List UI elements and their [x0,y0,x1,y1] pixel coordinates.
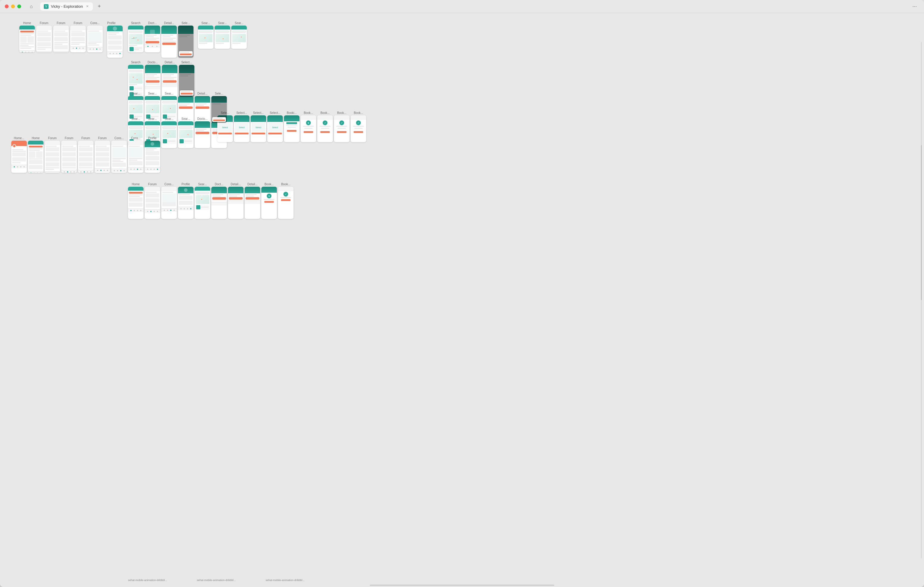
frame-label: Forum [82,136,90,140]
frame-label: Docto... [197,117,208,120]
frame-label: Book... [281,183,290,186]
bottom-labels-row: sehat-mobile-animation-dribbbl... sehat-… [128,579,305,582]
frame-label: Select... [181,61,192,64]
phone-frame [245,187,260,219]
phone-frame: Select [251,115,266,142]
frame-label: Sear... [218,21,227,25]
canvas-area[interactable]: Home [0,13,924,587]
phone-frame [70,26,86,53]
frame-label: Book... [264,183,274,186]
tab-label: Vicky - Exploration [51,4,83,8]
frame-label: Detail... [165,61,175,64]
phone-frame: ✓ [334,115,350,142]
frame-label: Home [32,136,40,140]
frame-bottom-forum: Forum [145,183,160,219]
frame-sear-4-4: Sear... [178,117,193,148]
frame-sear-3: Sear... [231,21,247,49]
more-options-button[interactable]: ··· [910,2,919,11]
payment-icon: $ [306,120,311,125]
new-tab-button[interactable]: + [95,3,103,10]
frame-sele-row3: Sele... [211,92,227,123]
frame-select-right-4: Select... Select [267,111,283,142]
frame-detail-2: Detail... [162,61,177,97]
top-row-group: Home [19,21,103,53]
frame-label: Cons... [131,136,140,140]
frame-bottom-detail1: Detail... [228,183,244,219]
home-nav-button[interactable]: ⌂ [27,2,35,11]
tabs-container: V Vicky - Exploration ✕ + [40,2,910,11]
payment-icon: ✓ [339,120,344,125]
phone-frame [161,121,177,148]
frame-label: Sear... [148,117,157,120]
frame-book-2: Book... $ [301,111,316,142]
payment-icon: ✓ [356,120,361,125]
phone-frame [95,141,110,173]
phone-frame: ✓ [317,115,333,142]
frame-doctor-2: Docto... [145,61,160,97]
scrollbar-thumb[interactable] [921,145,922,300]
frame-label: Detail... [197,92,208,95]
canvas-content: Home [0,13,924,587]
phone-frame [107,26,123,58]
horizontal-scrollbar[interactable] [370,585,554,586]
phone-frame [36,26,52,53]
frame-label: Sear... [201,21,210,25]
frame-home-bl2: Home [28,136,43,173]
frame-label: Cons... [164,183,174,186]
popup-card [179,51,193,56]
phone-frame [145,26,160,53]
frame-consultation-1: Cons... [87,21,103,53]
traffic-lights [5,5,21,8]
vertical-scrollbar[interactable] [921,42,922,559]
maximize-button[interactable] [17,5,21,8]
frame-label: Sele... [182,21,190,25]
frame-label: Profile [107,21,123,25]
frame-sear-4-3: Sear... [161,117,177,148]
frame-label: Doct... [148,21,157,25]
phone-frame [195,187,210,219]
phone-frame [161,26,177,58]
frame-bottom-profile: Profile [178,183,193,219]
payment-icon: ✓ [323,120,327,125]
sehat-label-3: sehat-mobile-animation-dribbbl... [266,579,305,582]
frame-label: Sear... [132,117,140,120]
phone-frame [128,141,144,173]
frame-label: Sear... [148,92,157,95]
sehat-label-1: sehat-mobile-animation-dribbbl... [128,579,167,582]
frame-label: Cons... [114,136,124,140]
phone-frame [178,187,193,219]
frame-bottom-book2: Book... ✓ [278,183,294,219]
frame-label: Forum [40,21,48,25]
frame-label: Select... [236,111,247,115]
popup-card [180,90,193,95]
phone-frame [128,26,144,53]
minimize-button[interactable] [11,5,15,8]
frame-label: Profile [182,183,190,186]
frame-label: Profile [148,136,157,140]
frame-forum-3: Forum [70,21,86,53]
phone-frame: $ [301,115,316,142]
phone-frame [53,26,69,53]
close-button[interactable] [5,5,8,8]
frame-label: Sear... [165,92,173,95]
nav-buttons: ⌂ [27,2,35,11]
titlebar: ⌂ V Vicky - Exploration ✕ + ··· [0,0,924,13]
frame-label: Search [131,61,140,64]
phone-frame: Select [234,115,249,142]
phone-frame [145,141,160,173]
frame-detail-1: Detail... [161,21,177,58]
tab-vicky-exploration[interactable]: V Vicky - Exploration ✕ [40,2,93,11]
frame-label: Forum [98,136,107,140]
main-window: ⌂ V Vicky - Exploration ✕ + ··· Home [0,0,924,587]
phone-frame [145,187,160,219]
tab-close-button[interactable]: ✕ [85,5,89,8]
bottom-full-row: Home Forum [128,183,294,219]
frame-label: Forum [148,183,157,186]
phone-frame [128,187,144,219]
phone-frame [78,141,94,173]
frame-label: Book... [320,111,330,115]
frame-book-3: Book... ✓ [317,111,333,142]
frame-bottom-doct: Doct... [211,183,227,219]
phone-frame [111,141,127,173]
frame-cons-bl2: Cons... [128,136,144,173]
